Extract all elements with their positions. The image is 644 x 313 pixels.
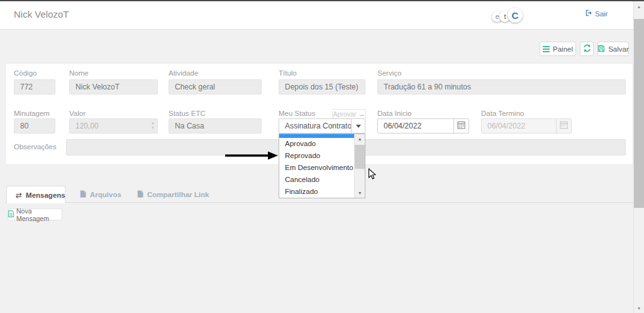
- minutagem-field: 80: [14, 118, 55, 134]
- file-icon: [137, 190, 143, 199]
- data-termino-input: 06/04/2022: [481, 118, 572, 134]
- meu-status-select[interactable]: Assinatura Contrato: [279, 118, 365, 134]
- data-inicio-label: Data Inicio: [377, 110, 411, 117]
- titulo-label: Título: [279, 69, 297, 77]
- meu-status-label: Meu Status: [279, 110, 315, 117]
- nome-field: Nick VelozoT: [69, 79, 158, 94]
- valor-value: 120,00: [75, 122, 99, 130]
- logout-link[interactable]: Sair: [586, 9, 608, 18]
- observacoes-label: Observações: [14, 143, 57, 151]
- dropdown-option-aprovado[interactable]: Aprovado: [279, 138, 354, 150]
- dropdown-option-cancelado[interactable]: Cancelado: [279, 174, 354, 186]
- mouse-cursor: [368, 168, 376, 183]
- refresh-button[interactable]: [580, 42, 594, 56]
- nova-mensagem-button[interactable]: Nova Mensagem: [8, 208, 62, 220]
- calendar-icon: [457, 121, 465, 131]
- meu-status-value: Assinatura Contrato: [279, 122, 352, 130]
- data-inicio-input[interactable]: 06/04/2022: [377, 118, 469, 134]
- page-scrollbar[interactable]: ▲ ▼: [633, 1, 644, 313]
- codigo-field: 772: [14, 79, 55, 94]
- aprovar-label: Aprovar: [333, 110, 357, 118]
- save-icon: [597, 45, 605, 54]
- tab-mensagens[interactable]: ⇄ Mensagens: [6, 186, 65, 203]
- titulo-field: Depois dos 15 (Teste): [279, 79, 365, 94]
- tab-arquivos[interactable]: Arquivos: [71, 186, 130, 203]
- calendar-button-disabled: [556, 119, 571, 133]
- tab-arquivos-label: Arquivos: [90, 191, 121, 198]
- painel-label: Painel: [553, 45, 573, 53]
- servico-field: Tradução 61 a 90 minutos: [377, 79, 626, 94]
- header: Nick VelozoT e t C Sair: [0, 1, 633, 30]
- chevron-down-icon: [356, 125, 361, 128]
- select-caret-button[interactable]: [351, 119, 365, 133]
- data-termino-label: Data Termino: [481, 110, 524, 117]
- atividade-label: Atividade: [169, 69, 198, 77]
- data-termino-value: 06/04/2022: [482, 122, 525, 130]
- exchange-icon: ⇄: [16, 191, 22, 200]
- page-scrollbar-thumb[interactable]: [634, 19, 644, 208]
- dropdown-option-reprovado[interactable]: Reprovado: [279, 150, 354, 162]
- dropdown-scrollbar-thumb[interactable]: [355, 145, 365, 169]
- painel-button[interactable]: Painel: [540, 42, 576, 56]
- status-etc-label: Status ETC: [169, 110, 206, 117]
- logo-letter-c: C: [508, 8, 523, 23]
- save-button[interactable]: Salvar: [597, 42, 629, 56]
- dropdown-option-finalizado[interactable]: Finalizado: [279, 186, 354, 198]
- new-file-icon: [8, 210, 14, 219]
- calendar-button[interactable]: [453, 119, 469, 133]
- annotation-arrow: [225, 150, 279, 164]
- codigo-label: Código: [14, 69, 36, 77]
- refresh-icon: [583, 44, 591, 54]
- nova-mensagem-label: Nova Mensagem: [16, 207, 62, 222]
- status-etc-field: Na Casa: [169, 118, 262, 134]
- app-screen: Nick VelozoT e t C Sair Painel Salvar Có…: [0, 0, 644, 313]
- etc-logo: e t C: [491, 6, 528, 27]
- page-title: Nick VelozoT: [14, 9, 69, 20]
- scroll-down-icon[interactable]: ▼: [634, 304, 644, 312]
- file-icon: [80, 190, 86, 199]
- aprovar-arrow-icon: →: [358, 110, 365, 118]
- dropdown-option-em-desenvolvimento[interactable]: Em Desenvolvimento: [279, 162, 354, 174]
- meu-status-dropdown: Aprovado Reprovado Em Desenvolvimento Ca…: [279, 134, 365, 198]
- calendar-icon: [560, 121, 568, 131]
- scroll-down-icon[interactable]: ▼: [355, 188, 365, 198]
- dropdown-list: Aprovado Reprovado Em Desenvolvimento Ca…: [279, 134, 354, 198]
- servico-label: Serviço: [377, 69, 401, 77]
- menu-icon: [543, 45, 550, 54]
- tab-mensagens-label: Mensagens: [26, 191, 65, 199]
- nome-label: Nome: [69, 69, 89, 77]
- save-label: Salvar: [608, 45, 629, 53]
- tab-compartilhar-link-label: Compartilhar Link: [147, 191, 209, 198]
- number-spinner: ▲▼: [151, 121, 155, 130]
- dropdown-scrollbar[interactable]: ▲ ▼: [354, 134, 365, 198]
- atividade-field: Check geral: [169, 79, 262, 94]
- data-inicio-value: 06/04/2022: [378, 122, 421, 130]
- minutagem-label: Minutagem: [14, 110, 50, 117]
- logout-icon: [586, 9, 592, 18]
- valor-field: 120,00 ▲▼: [69, 118, 158, 134]
- scroll-up-icon[interactable]: ▲: [355, 134, 365, 144]
- scroll-up-icon[interactable]: ▲: [634, 2, 644, 11]
- valor-label: Valor: [69, 110, 86, 117]
- logout-label: Sair: [595, 10, 608, 18]
- tab-compartilhar-link[interactable]: Compartilhar Link: [128, 186, 218, 203]
- aprovar-button[interactable]: Aprovar →: [332, 109, 366, 119]
